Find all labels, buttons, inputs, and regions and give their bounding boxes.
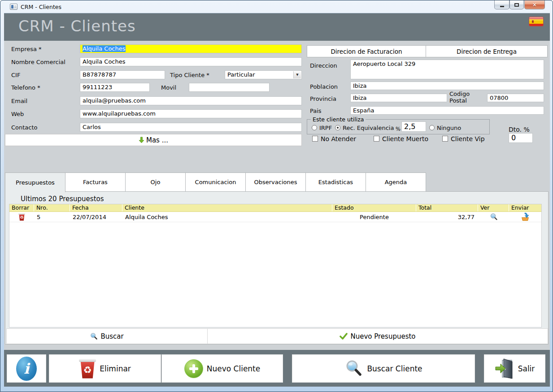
info-button[interactable]: i: [7, 354, 46, 383]
exit-door-icon: [495, 358, 514, 379]
buscar-label: Buscar: [100, 332, 123, 340]
cif-input[interactable]: B87878787: [80, 70, 165, 79]
salir-button[interactable]: Salir: [484, 354, 545, 383]
tab-label: Comunicacion: [195, 179, 236, 185]
telefono-input[interactable]: 99111223: [80, 83, 150, 92]
panel-title: Ultimos 20 Presupuestos: [21, 195, 104, 203]
eliminar-button[interactable]: ♻ Eliminar: [49, 354, 161, 383]
buscar-cliente-button[interactable]: Buscar Cliente: [292, 354, 475, 383]
pais-input[interactable]: España: [350, 106, 544, 115]
contacto-input[interactable]: Carlos: [80, 123, 302, 132]
contacto-label: Contacto: [11, 124, 38, 131]
table-header-row: Borrar Nro. Fecha Cliente Estado Total V…: [9, 204, 541, 212]
buscar-button[interactable]: Buscar: [6, 328, 208, 344]
cell-total: 32,77: [416, 212, 478, 222]
tab-comunicacion[interactable]: Comunicacion: [185, 172, 246, 192]
provincia-label: Provincia: [310, 95, 336, 102]
dto-input[interactable]: 0: [509, 133, 533, 143]
checkbox-cliente-muerto[interactable]: [374, 136, 379, 142]
cell-cliente: Alquila Coches: [122, 212, 332, 222]
cell-nro: 5: [34, 212, 70, 222]
email-input[interactable]: alquila@pruebas.com: [80, 96, 302, 105]
empresa-selected-text: Alquila Coches: [83, 45, 126, 52]
page-title: CRM - Clientes: [18, 17, 136, 35]
web-input[interactable]: www.alquilapruebas.com: [80, 109, 302, 118]
radio-rec-equivalencia[interactable]: [335, 125, 340, 130]
no-atender-label: No Atender: [321, 135, 356, 142]
tab-observaciones[interactable]: Observaciones: [245, 172, 306, 192]
empresa-input[interactable]: Alquila Coches: [80, 44, 302, 53]
radio-ninguno-label: Ninguno: [437, 125, 461, 131]
maximize-icon: [514, 3, 519, 7]
col-enviar: Enviar: [509, 204, 541, 211]
tab-label: Observaciones: [254, 179, 297, 185]
tab-direccion-entrega[interactable]: Direcion de Entrega: [426, 45, 548, 57]
send-icon[interactable]: [520, 212, 530, 221]
col-borrar: Borrar: [9, 204, 34, 211]
checkbox-cliente-vip[interactable]: [442, 136, 448, 142]
delete-row-icon[interactable]: ♻: [18, 213, 25, 221]
poblacion-label: Poblacion: [310, 83, 338, 90]
tab-label: Estadisticas: [318, 179, 353, 185]
presupuestos-panel: Ultimos 20 Presupuestos Borrar Nro. Fech…: [5, 191, 549, 345]
checkbox-no-atender[interactable]: [312, 136, 318, 142]
plus-icon: [184, 359, 203, 378]
este-cliente-utiliza-group: Este cliente utiliza IRPF Rec. Equivalen…: [307, 119, 490, 134]
percent-input[interactable]: 2,5: [401, 121, 426, 132]
tab-direccion-facturacion[interactable]: Direcion de Facturacion: [307, 45, 426, 57]
dto-label: Dto. %: [509, 126, 530, 133]
cell-fecha: 22/07/2014: [70, 212, 122, 222]
provincia-input[interactable]: Ibiza: [350, 94, 447, 102]
codigo-postal-input[interactable]: 07800: [487, 94, 544, 102]
direccion-label: Direccion: [310, 62, 337, 69]
maximize-button[interactable]: [509, 0, 524, 9]
spain-flag-icon[interactable]: [529, 17, 544, 26]
tab-facturas[interactable]: Facturas: [65, 172, 126, 192]
chevron-down-icon[interactable]: ▼: [293, 71, 301, 78]
movil-input[interactable]: [189, 83, 270, 92]
radio-ninguno[interactable]: [429, 125, 435, 130]
nombre-comercial-input[interactable]: Alquila Coches: [80, 57, 302, 66]
poblacion-input[interactable]: Ibiza: [350, 82, 544, 90]
mas-label: Mas ...: [146, 136, 168, 144]
col-nro: Nro.: [34, 204, 70, 211]
nombre-comercial-label: Nombre Comercial: [11, 59, 65, 65]
search-icon: [90, 332, 98, 340]
check-icon: [340, 333, 348, 340]
tipo-cliente-value: Particular: [227, 71, 255, 78]
mas-button[interactable]: Mas ...: [5, 134, 302, 146]
tab-label: Presupuestos: [16, 179, 55, 186]
view-magnifier-icon[interactable]: [490, 213, 498, 221]
page-header: CRM - Clientes: [4, 13, 550, 41]
nuevo-cliente-button[interactable]: Nuevo Cliente: [161, 354, 283, 383]
client-area: CRM - Clientes Empresa * Alquila Coches …: [4, 13, 550, 387]
info-icon: i: [16, 357, 37, 381]
col-ver: Ver: [478, 204, 509, 211]
arrow-down-icon: [139, 137, 144, 143]
tab-facturacion-label: Direcion de Facturacion: [331, 48, 402, 55]
tipo-cliente-select[interactable]: Particular ▼: [225, 70, 302, 79]
window: CRM - Clientes ✕ CRM - Clientes Empresa …: [0, 0, 553, 392]
direccion-textarea[interactable]: Aeropuerto Local 329: [350, 60, 544, 79]
recycle-bin-icon: ♻: [79, 359, 96, 379]
percent-label: %: [396, 126, 401, 132]
tab-presupuestos[interactable]: Presupuestos: [5, 172, 65, 192]
cell-estado: Pendiente: [332, 212, 416, 222]
window-title: CRM - Clientes: [21, 4, 61, 10]
tab-agenda[interactable]: Agenda: [366, 172, 426, 192]
empresa-label: Empresa *: [11, 46, 42, 52]
footer-toolbar: i ♻ Eliminar Nuevo Cliente Buscar Client…: [4, 350, 550, 387]
movil-label: Movil: [161, 84, 176, 91]
minimize-button[interactable]: [494, 0, 509, 9]
nuevo-cliente-label: Nuevo Cliente: [207, 364, 261, 373]
cif-label: CIF: [11, 72, 20, 78]
nuevo-presupuesto-button[interactable]: Nuevo Presupuesto: [207, 328, 548, 344]
close-button[interactable]: ✕: [524, 0, 545, 9]
col-cliente: Cliente: [122, 204, 332, 211]
tab-estadisticas[interactable]: Estadisticas: [305, 172, 366, 192]
radio-irpf-label: IRPF: [319, 125, 332, 131]
buscar-cliente-label: Buscar Cliente: [367, 364, 422, 373]
minimize-icon: [500, 6, 504, 7]
tab-ojo[interactable]: Ojo: [125, 172, 186, 192]
radio-irpf[interactable]: [312, 125, 317, 130]
